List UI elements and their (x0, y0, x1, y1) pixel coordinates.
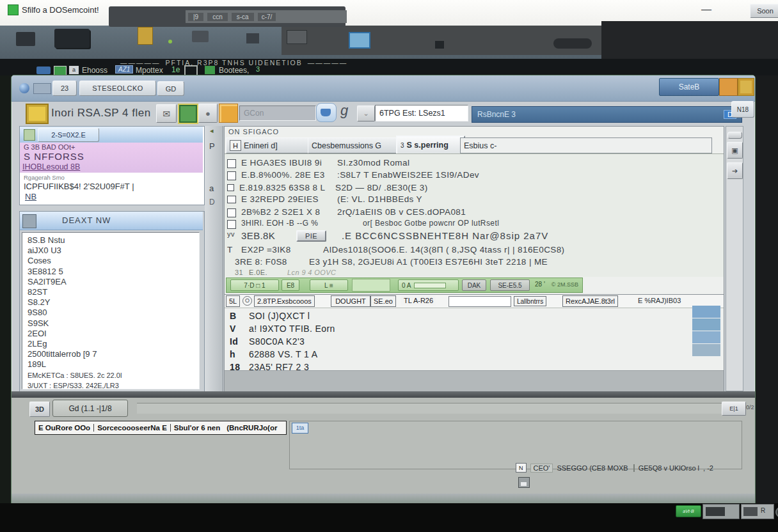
menu-icon-a-chip[interactable]: a (69, 66, 79, 74)
list-item[interactable]: 189L (28, 359, 199, 370)
blue-cell[interactable] (692, 318, 720, 331)
detail-h-circle[interactable]: O (242, 296, 252, 306)
checkbox-icon[interactable] (227, 159, 236, 168)
splitter-band[interactable] (12, 391, 755, 398)
blue-round-button[interactable] (316, 103, 337, 122)
grid-row[interactable]: 3RE 8: F0S8 E3 y1H S8, 2GJEU8i A1 (T00EI… (235, 257, 548, 267)
folder-icon[interactable] (26, 104, 49, 124)
detail-row[interactable]: h 62888 VS. T 1 A (230, 349, 317, 359)
zoom-pill[interactable]: Gd (1.1 -|1/8 (52, 400, 128, 417)
menu-item-bootees[interactable]: Bootees, (219, 66, 249, 75)
search-input[interactable] (239, 106, 316, 121)
detail-h4[interactable]: TL A-R26 (401, 295, 436, 306)
detail-h2[interactable]: DOUGHT (331, 295, 370, 307)
menu-badge-az1[interactable]: AZ1 (115, 65, 133, 74)
green-btn-dak[interactable]: DAK (462, 279, 486, 291)
list-item[interactable]: Coses (28, 256, 199, 266)
grid-row[interactable]: 2B%B2 2 S2E1 X 8 2rQ/1aEIIS 0B v CES.dOP… (227, 207, 466, 217)
stats-field[interactable]: 6TPG Est: LSezs1 (375, 105, 468, 121)
menu-icon-monitor[interactable] (184, 65, 198, 76)
green-seg-light[interactable] (352, 279, 390, 292)
detail-h5[interactable]: Lallbntrrs (514, 296, 546, 306)
filter-selection[interactable]: G 3B BAD OOt+ S NFFORSS IHOBLesoud 8B (20, 143, 203, 173)
scrollbar-thumb[interactable] (727, 132, 742, 139)
band-icon-2[interactable] (192, 31, 209, 42)
bottom-corner-button[interactable]: E|1 (722, 402, 746, 416)
list-item[interactable]: EMcKETCa : S8UES. 2c 22.0l (28, 370, 199, 380)
menu-item-1e[interactable]: 1e (171, 65, 180, 74)
cube-button[interactable]: 3D (29, 402, 50, 417)
envelope-button[interactable]: ✉ (156, 104, 177, 123)
detail-row[interactable]: B SOI (J)QXCT l (230, 311, 310, 321)
grid-row[interactable]: E.B.8%00%. 28E E3 :S8L7 T EnabWEIS2EE 1S… (227, 170, 479, 180)
selected-row[interactable]: G 3B BAD OOt+ (24, 143, 75, 151)
detail-h1[interactable]: 2.8TP.Exsbcooos (254, 295, 315, 307)
collapse-arrow-icon[interactable]: ◂ (210, 127, 214, 135)
filter-row[interactable]: NB (25, 192, 36, 201)
image-button[interactable] (178, 104, 198, 124)
titlebar-chip[interactable] (33, 83, 51, 94)
record-button[interactable]: ● (198, 104, 218, 123)
column-header[interactable]: SorcecoooseerNa E (94, 424, 171, 432)
list-item[interactable]: 82ST (28, 287, 199, 297)
blue-cell-stack[interactable] (692, 306, 720, 358)
list-item[interactable]: 9S80 (28, 308, 199, 318)
selected-row[interactable]: S NFFORSS (24, 151, 84, 162)
grid-row[interactable]: 3HIRl. EOH -B --G % or[ Besboc Gotbe pow… (227, 219, 499, 229)
blue-cell[interactable] (692, 306, 720, 318)
band-icon-yellow[interactable] (138, 27, 153, 45)
list-item[interactable]: 2EOI (28, 329, 199, 339)
side-tab-n18[interactable]: N18 (731, 101, 754, 118)
taskbar-segment-1[interactable] (703, 504, 740, 519)
list-item[interactable]: 2500tittalerrob [9 7 (28, 349, 199, 359)
menu-item-3[interactable]: 3 (256, 65, 260, 73)
list-item[interactable]: SA2IT9EA (28, 277, 199, 287)
script-icon[interactable]: g (340, 102, 348, 119)
tab-gd[interactable]: GD (157, 81, 184, 96)
list-item[interactable]: 3/UXT : ESP/S33. 242E,/LR3 (28, 380, 199, 389)
list-item[interactable]: 3E8812 5 (28, 267, 199, 277)
green-btn-1[interactable]: 7·D □ 1 (230, 279, 279, 291)
taskbar-green-button[interactable]: aVt·B (676, 505, 701, 517)
tab-sperring[interactable]: 3 S s.perring (396, 136, 465, 155)
menu-icon-green-chip[interactable] (205, 66, 215, 74)
detail-h6[interactable]: RexcAJAE.8t3rl (562, 295, 618, 307)
detail-h3[interactable]: SE.eo (370, 295, 396, 307)
menu-icon-tv[interactable] (54, 66, 67, 75)
sidebar-list[interactable]: 8S.B Nstu aiJX0 U3 Coses 3E8812 5 SA2IT9… (22, 232, 200, 389)
column-header[interactable]: E OuRore OOo (35, 424, 94, 432)
scrollbar-strip[interactable]: ▣ ➔ (726, 126, 743, 391)
orange-button[interactable] (719, 78, 738, 96)
checkbox-icon[interactable] (227, 220, 236, 229)
hand-button[interactable]: ➔ (727, 162, 743, 179)
splitter-button-d[interactable]: D (209, 198, 215, 207)
splitter-button-a[interactable]: a (209, 184, 214, 193)
detail-row[interactable]: V a! I9XTO TFIB. Eorn (230, 324, 335, 334)
taskbar-ring-icon[interactable] (775, 507, 778, 517)
titlebar-chip-23[interactable]: 23 (52, 81, 77, 96)
save-button[interactable]: SateB (659, 78, 719, 96)
list-item[interactable]: aiJX0 U3 (28, 246, 199, 256)
gray-button[interactable]: ⌄ (357, 106, 375, 121)
detail-row[interactable]: Id S80C0A K2'3 (230, 336, 305, 347)
minimize-icon[interactable]: — (701, 4, 711, 15)
grid-row[interactable]: E HGA3ES IBUI8 9i SI.z30mod Romal (227, 158, 409, 168)
list-item[interactable]: S9SK (28, 318, 199, 329)
menu-item-ehooss[interactable]: Ehooss (82, 66, 107, 75)
tab-enineri[interactable]: H Enineri d] (226, 137, 313, 153)
selected-row[interactable]: IHOBLesoud 8B (22, 162, 80, 171)
green-btn-4[interactable]: 0 A (398, 279, 459, 291)
list-item[interactable]: 8S.B Nstu (28, 235, 199, 246)
filter-row[interactable]: ICPFUFIIKB$4! 2'S2U09F#T | (24, 182, 134, 191)
address-bar[interactable]: RsBncnE 3 D (472, 106, 742, 123)
grid-row[interactable]: E.819.8325 63S8 8 L S2D — 8D/ .8E30(E 3) (227, 183, 428, 192)
grid-row[interactable]: T EX2P =3IK8 AIDes1018(SOO6.E. 14(3(8Π (… (227, 245, 565, 254)
filter-tab[interactable]: 2-S=0X2.E (38, 128, 99, 142)
pie-button[interactable]: PIE (296, 230, 326, 242)
tab-esbius[interactable]: Esbius c- (460, 137, 712, 153)
alert-button[interactable] (219, 104, 238, 123)
menu-item-mpottex[interactable]: Mpottex (136, 66, 163, 75)
green-btn-3[interactable]: L ≡ (310, 279, 348, 291)
taskbar-segment-2[interactable]: R (741, 504, 774, 519)
filter-row[interactable]: Rgagerah Smo (24, 174, 65, 181)
